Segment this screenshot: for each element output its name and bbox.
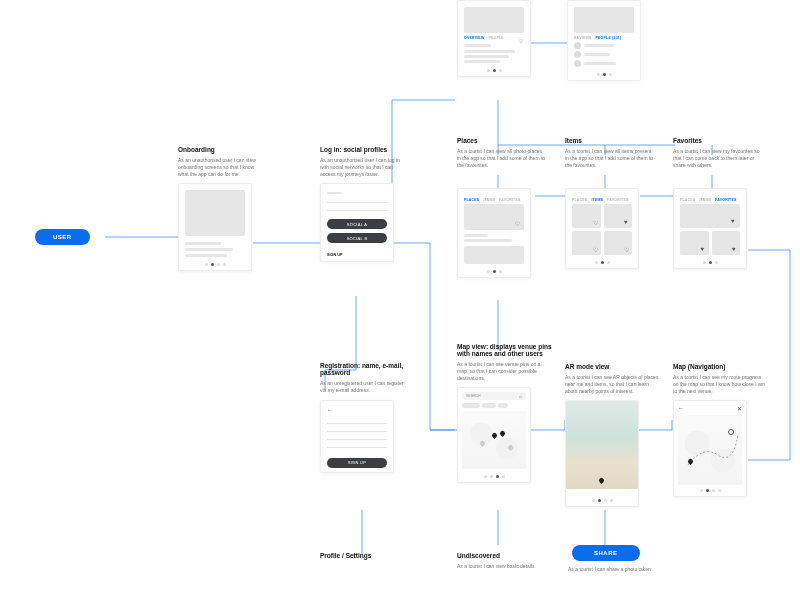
favorite-icon[interactable] [515, 222, 521, 228]
group-mapnav: Map (Navigation) As a tourist I can see … [673, 363, 768, 497]
favorites-title: Favorites [673, 137, 768, 144]
items-title: Items [565, 137, 655, 144]
user-entry-label: USER [53, 234, 72, 240]
favorite-icon[interactable] [518, 39, 524, 45]
registration-title: Registration: name, e-mail, password [320, 362, 410, 376]
tab-favorites[interactable]: FAVORITES [499, 198, 520, 202]
card-places-wrapper: PLACES ITEMS FAVORITES [457, 188, 531, 278]
profile-title: Profile / Settings [320, 552, 371, 559]
tab-places[interactable]: PLACES [572, 198, 587, 202]
favorite-icon[interactable] [593, 221, 599, 227]
card-places: PLACES ITEMS FAVORITES [457, 188, 531, 278]
favorite-icon[interactable] [731, 220, 737, 226]
card-login: SOCIAL A SOCIAL B SIGN UP [320, 183, 394, 262]
favorite-icon[interactable] [624, 248, 630, 254]
places-title: Places [457, 137, 547, 144]
undiscovered-title: Undiscovered [457, 552, 552, 559]
armode-desc: As a tourist I can see AR objects of pla… [565, 374, 660, 394]
search-label: SEARCH [466, 394, 481, 398]
card-people: REVIEWS PEOPLE (231) [567, 0, 641, 81]
group-login: Log in: social profiles As an unauthoris… [320, 146, 400, 262]
undiscovered-desc: As a tourist I can view basic details [457, 563, 552, 570]
group-place-detail: OVERVIEW PEOPLE [457, 0, 531, 77]
share-desc: As a tourist I can share a photo taken [568, 566, 651, 573]
favorite-icon[interactable] [593, 248, 599, 254]
signup-link[interactable]: SIGN UP [327, 253, 387, 257]
login-desc: As an unauthorised user I can log in wit… [320, 157, 400, 177]
group-mapview: Map view: displays venue pins with names… [457, 343, 552, 483]
card-registration: SIGN UP [320, 400, 394, 473]
mapnav-desc: As a tourist I can see my route progress… [673, 374, 768, 394]
mapview-desc: As a tourist I can see venue pins on a m… [457, 361, 552, 381]
armode-title: AR mode view [565, 363, 660, 370]
favorite-icon[interactable] [701, 248, 707, 254]
group-armode: AR mode view As a tourist I can see AR o… [565, 363, 660, 507]
places-desc: As a tourist I can view all photo-places… [457, 148, 547, 168]
tab-favorites[interactable]: FAVORITES [607, 198, 628, 202]
group-undiscovered: Undiscovered As a tourist I can view bas… [457, 552, 552, 576]
user-entry-pill: USER [35, 229, 90, 245]
card-mapnav [673, 400, 747, 497]
group-registration: Registration: name, e-mail, password As … [320, 362, 410, 473]
mapnav-title: Map (Navigation) [673, 363, 768, 370]
tab-favorites[interactable]: FAVORITES [715, 198, 736, 202]
favorite-icon[interactable] [732, 248, 738, 254]
tab-people-count[interactable]: PEOPLE (231) [596, 36, 622, 40]
tab-items[interactable]: ITEMS [699, 198, 711, 202]
card-onboarding [178, 183, 252, 271]
share-label: SHARE [594, 550, 618, 556]
share-pill[interactable]: SHARE [572, 545, 640, 561]
tab-places[interactable]: PLACES [680, 198, 695, 202]
tab-people[interactable]: PEOPLE [488, 36, 503, 40]
tab-places[interactable]: PLACES [464, 198, 479, 202]
group-places: Places As a tourist I can view all photo… [457, 137, 547, 174]
tab-items[interactable]: ITEMS [483, 198, 495, 202]
card-favorites: PLACES ITEMS FAVORITES [673, 188, 747, 269]
registration-desc: As an unregistered user I can register v… [320, 380, 410, 394]
onboarding-desc: As an unauthorised user I can view onboa… [178, 157, 258, 177]
card-armode [565, 400, 639, 507]
mapview-title: Map view: displays venue pins with names… [457, 343, 552, 357]
favorite-icon[interactable] [624, 221, 630, 227]
back-icon[interactable] [678, 405, 684, 412]
group-items: Items As a tourist I can view all items … [565, 137, 655, 174]
search-icon[interactable] [519, 393, 522, 399]
group-place-people: REVIEWS PEOPLE (231) [567, 0, 641, 81]
close-icon[interactable] [737, 405, 742, 412]
tab-items[interactable]: ITEMS [591, 198, 603, 202]
tab-reviews[interactable]: REVIEWS [574, 36, 592, 40]
flow-connectors [0, 0, 800, 600]
group-onboarding: Onboarding As an unauthorised user I can… [178, 146, 258, 271]
group-profile: Profile / Settings [320, 552, 371, 563]
social-b-button[interactable]: SOCIAL B [327, 233, 387, 243]
card-items: PLACES ITEMS FAVORITES [565, 188, 639, 269]
back-icon[interactable] [327, 407, 333, 413]
onboarding-title: Onboarding [178, 146, 258, 153]
items-desc: As a tourist I can view all items presen… [565, 148, 655, 168]
favorites-desc: As a tourist I can view my favourites so… [673, 148, 768, 168]
card-overview: OVERVIEW PEOPLE [457, 0, 531, 77]
card-mapview: SEARCH [457, 387, 531, 483]
social-a-button[interactable]: SOCIAL A [327, 219, 387, 229]
login-title: Log in: social profiles [320, 146, 400, 153]
tab-overview[interactable]: OVERVIEW [464, 36, 484, 40]
signup-button[interactable]: SIGN UP [327, 458, 387, 468]
card-favorites-wrapper: PLACES ITEMS FAVORITES [673, 188, 747, 269]
card-items-wrapper: PLACES ITEMS FAVORITES [565, 188, 639, 269]
group-favorites: Favorites As a tourist I can view my fav… [673, 137, 768, 174]
